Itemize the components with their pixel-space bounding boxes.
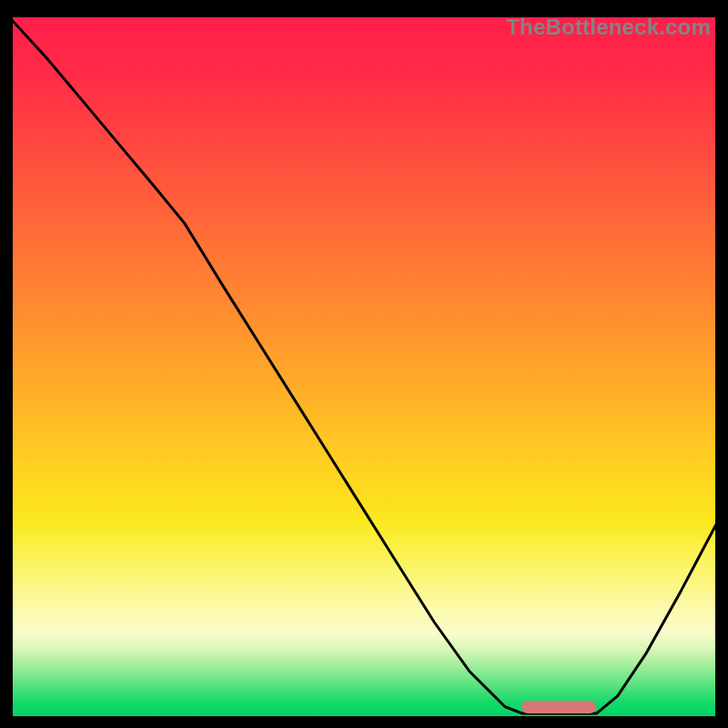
optimal-range-marker (521, 701, 596, 713)
bottleneck-curve (12, 16, 716, 717)
plot-area (12, 16, 716, 717)
chart-frame: TheBottleneck.com (12, 16, 716, 717)
